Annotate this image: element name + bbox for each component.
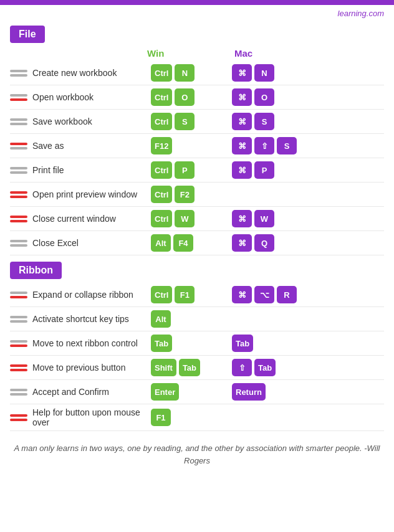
key-: ⌘ (232, 161, 252, 179)
win-keys-accept-and-confirm: Enter (151, 383, 232, 401)
row-label-save-as: Save as (32, 141, 151, 151)
header-logo: learning.com (0, 5, 394, 19)
key-: ⇧ (254, 137, 274, 154)
icon-bar (10, 74, 27, 77)
top-bar (0, 0, 394, 5)
row-help-for-button: Help for button upon mouse overF1 (10, 404, 384, 431)
row-icon-save-as (10, 143, 27, 150)
key-alt: Alt (151, 234, 171, 252)
row-icon-open-print-preview (10, 191, 27, 198)
icon-bar (10, 320, 27, 323)
key-: ⌘ (232, 113, 252, 130)
col-mac-label: Mac (234, 48, 252, 59)
key-: ⇧ (232, 359, 252, 376)
icon-bar (10, 369, 27, 371)
row-icon-expand-collapse-ribbon (10, 292, 27, 298)
row-icon-close-excel (10, 240, 27, 247)
key-p: P (254, 161, 274, 179)
row-label-open-print-preview: Open print preview window (32, 189, 151, 199)
icon-bar (10, 191, 27, 194)
key-tab: Tab (254, 359, 276, 376)
row-print-file: Print fileCtrlP⌘P (10, 158, 384, 183)
file-section-header: File (10, 26, 45, 43)
icon-bar (10, 244, 27, 247)
row-save-as: Save asF12⌘⇧S (10, 134, 384, 158)
row-icon-help-for-button (10, 414, 27, 421)
key-f1: F1 (175, 286, 195, 303)
row-icon-print-file (10, 167, 27, 174)
row-label-close-current-window: Close current window (32, 214, 151, 224)
key-: ⌘ (232, 88, 252, 106)
key-ctrl: Ctrl (151, 161, 172, 179)
row-label-save-workbook: Save workbook (32, 116, 151, 126)
win-keys-save-workbook: CtrlS (151, 113, 232, 130)
row-icon-open-workbook (10, 94, 27, 101)
icon-bar (10, 196, 27, 198)
icon-bar (10, 70, 27, 72)
col-win-label: Win (147, 48, 228, 59)
row-move-to-previous-button: Move to previous buttonShiftTab⇧Tab (10, 356, 384, 380)
win-keys-create-new-workbook: CtrlN (151, 64, 232, 82)
key-o: O (254, 88, 274, 106)
icon-bar (10, 414, 27, 417)
key-f1: F1 (151, 409, 171, 426)
icon-bar (10, 171, 27, 174)
win-keys-open-print-preview: CtrlF2 (151, 186, 232, 203)
key-ctrl: Ctrl (151, 88, 172, 106)
key-shift: Shift (151, 359, 176, 376)
key-ctrl: Ctrl (151, 186, 172, 203)
mac-keys-save-workbook: ⌘S (232, 113, 332, 130)
row-label-help-for-button: Help for button upon mouse over (32, 407, 151, 427)
key-r: R (277, 286, 297, 303)
icon-bar (10, 364, 27, 367)
icon-bar (10, 123, 27, 125)
row-activate-shortcut-key-tips: Activate shortcut key tipsAlt (10, 307, 384, 331)
row-close-current-window: Close current windowCtrlW⌘W (10, 207, 384, 231)
mac-keys-open-workbook: ⌘O (232, 88, 332, 106)
win-keys-activate-shortcut-key-tips: Alt (151, 310, 232, 328)
win-keys-move-to-next-ribbon: Tab (151, 335, 232, 352)
row-expand-collapse-ribbon: Expand or collapse ribbonCtrlF1⌘⌥R (10, 283, 384, 307)
quote-section: A man only learns in two ways, one by re… (10, 442, 384, 467)
icon-bar (10, 316, 27, 318)
key-s: S (277, 137, 297, 154)
icon-bar (10, 118, 27, 121)
key-n: N (175, 64, 195, 82)
icon-bar (10, 98, 27, 101)
row-icon-activate-shortcut-key-tips (10, 316, 27, 323)
key-s: S (175, 113, 195, 130)
row-close-excel: Close ExcelAltF4⌘Q (10, 231, 384, 255)
icon-bar (10, 143, 27, 145)
ribbon-section: Ribbon Expand or collapse ribbonCtrlF1⌘⌥… (10, 255, 384, 431)
icon-bar (10, 296, 27, 298)
key-n: N (254, 64, 274, 82)
row-label-accept-and-confirm: Accept and Confirm (32, 387, 151, 397)
key-: ⌘ (232, 64, 252, 82)
win-keys-open-workbook: CtrlO (151, 88, 232, 106)
row-move-to-next-ribbon: Move to next ribbon controlTabTab (10, 331, 384, 356)
mac-keys-create-new-workbook: ⌘N (232, 64, 332, 82)
row-label-expand-collapse-ribbon: Expand or collapse ribbon (32, 290, 151, 300)
mac-keys-move-to-next-ribbon: Tab (232, 335, 332, 352)
file-section: File Win Mac Create new workbookCtrlN⌘NO… (10, 19, 384, 255)
win-keys-save-as: F12 (151, 137, 232, 154)
key-: ⌘ (232, 210, 252, 227)
win-keys-print-file: CtrlP (151, 161, 232, 179)
row-label-print-file: Print file (32, 165, 151, 175)
row-label-activate-shortcut-key-tips: Activate shortcut key tips (32, 314, 151, 324)
icon-bar (10, 167, 27, 169)
row-label-close-excel: Close Excel (32, 238, 151, 248)
key-ctrl: Ctrl (151, 210, 172, 227)
key-f4: F4 (173, 234, 193, 252)
key-f12: F12 (151, 137, 172, 154)
win-keys-move-to-previous-button: ShiftTab (151, 359, 232, 376)
icon-bar (10, 147, 27, 150)
row-label-create-new-workbook: Create new workbook (32, 68, 151, 78)
row-open-workbook: Open workbookCtrlO⌘O (10, 85, 384, 110)
key-tab: Tab (151, 335, 172, 352)
row-icon-save-workbook (10, 118, 27, 125)
key-: ⌥ (254, 286, 274, 303)
icon-bar (10, 94, 27, 97)
row-save-workbook: Save workbookCtrlS⌘S (10, 110, 384, 134)
key-: ⌘ (232, 234, 252, 252)
